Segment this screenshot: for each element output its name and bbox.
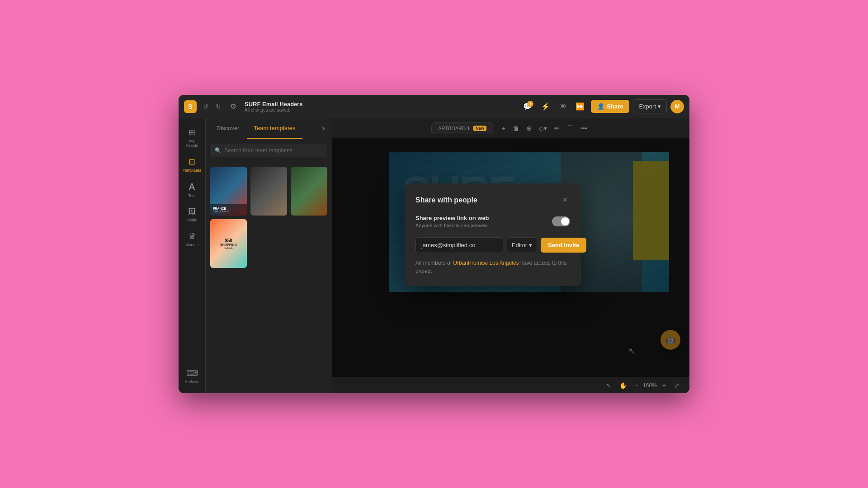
copy-tool-button[interactable]: ⊕ (523, 122, 535, 135)
chat-badge: 1 (527, 101, 533, 107)
panel-close-button[interactable]: × (319, 124, 328, 133)
hand-tool-button[interactable]: ✋ (617, 381, 630, 390)
my-assets-icon: ⊞ (189, 127, 195, 137)
modal-header: Share with people × (415, 194, 570, 206)
role-value: Editor (512, 242, 527, 249)
forward-button[interactable]: ⏩ (573, 99, 587, 113)
modal-footer: All members of UrbanPromise Los Angeles … (415, 255, 570, 275)
preview-link-title: Share preview link on web (415, 215, 489, 221)
footer-text-before: All members of (415, 260, 453, 266)
modal-close-button[interactable]: × (560, 194, 570, 206)
canvas-toolbar: ARTBOARD 1 New + 🗑 ⊕ ◇▾ ✏ ⌒ ••• (332, 118, 689, 138)
sidebar-label-media: Media (186, 218, 198, 222)
document-title-area: SURF Email Headers All changes are saved… (245, 101, 520, 113)
preview-link-toggle[interactable] (552, 216, 570, 226)
search-icon: 🔍 (215, 147, 222, 154)
brush-tool-button[interactable]: ⌒ (564, 122, 576, 135)
preview-button[interactable]: 👁 (557, 100, 569, 113)
modal-overlay: Share with people × Share preview link o… (332, 138, 689, 377)
panel-tabs: Discover Team templates × (206, 118, 332, 139)
tab-discover[interactable]: Discover (209, 118, 247, 139)
email-input[interactable] (415, 237, 503, 253)
canvas-body: SURF LIF Share with people × (332, 138, 689, 377)
zoom-out-button[interactable]: - (632, 381, 640, 390)
add-tool-button[interactable]: + (499, 122, 509, 135)
visuals-icon: ♛ (189, 231, 196, 241)
media-icon: 🖼 (188, 207, 196, 216)
sidebar-label-hotkeys: Hotkeys (184, 380, 199, 384)
text-icon: A (189, 182, 195, 192)
zoom-in-button[interactable]: + (660, 381, 669, 390)
document-title: SURF Email Headers (245, 101, 520, 108)
sidebar-item-my-assets[interactable]: ⊞ My Assets (180, 124, 204, 151)
share-label: Share (607, 103, 623, 110)
share-icon: 👤 (597, 103, 604, 110)
templates-icon: ⊡ (189, 157, 195, 167)
sidebar-label-templates: Templates (183, 168, 201, 173)
sidebar-label-visuals: Visuals (185, 243, 198, 247)
artboard-new-badge: New (473, 126, 486, 131)
undo-button[interactable]: ↺ (200, 101, 211, 112)
canvas-footer: ↖ ✋ - 160% + ⤢ (332, 377, 689, 393)
lightning-button[interactable]: ⚡ (538, 99, 553, 113)
canvas-tools: + 🗑 ⊕ ◇▾ ✏ ⌒ ••• (499, 122, 590, 135)
sidebar-label-my-assets: My Assets (183, 139, 201, 148)
keyboard-icon: ⌨ (186, 368, 198, 378)
share-button[interactable]: 👤 Share (591, 100, 629, 113)
top-bar-actions: 💬 1 ⚡ 👁 ⏩ 👤 Share Export ▾ M (520, 99, 684, 113)
artboard-label: ARTBOARD 1 New (431, 122, 493, 134)
cursor-tool-button[interactable]: ↖ (603, 381, 614, 390)
preview-link-info: Share preview link on web Anyone with th… (415, 215, 489, 228)
main-content: ⊞ My Assets ⊡ Templates A Text 🖼 Media ♛… (179, 118, 689, 393)
tab-team-templates[interactable]: Team templates (247, 118, 303, 139)
sidebar-item-text[interactable]: A Text (180, 178, 204, 202)
sidebar-item-templates[interactable]: ⊡ Templates (180, 153, 204, 176)
zoom-level: 160% (643, 382, 657, 389)
sidebar-item-visuals[interactable]: ♛ Visuals (180, 228, 204, 251)
app-logo: S (184, 100, 197, 113)
template-thumb-1[interactable]: FRANCE CHALLENGE (210, 167, 247, 216)
template-thumb-2[interactable] (250, 167, 287, 216)
template-thumb-3[interactable] (291, 167, 327, 216)
toggle-knob (561, 217, 569, 225)
footer-org-link[interactable]: UrbanPromise Los Angeles (453, 260, 519, 266)
template-grid: FRANCE CHALLENGE $50 SHOPPING SALE (206, 162, 332, 272)
sidebar: ⊞ My Assets ⊡ Templates A Text 🖼 Media ♛… (179, 118, 206, 393)
preview-link-section: Share preview link on web Anyone with th… (415, 215, 570, 228)
preview-link-row: Share preview link on web Anyone with th… (415, 215, 570, 228)
nav-controls: ↺ ↻ (200, 101, 224, 112)
export-button[interactable]: Export ▾ (633, 99, 667, 113)
invite-row: Editor ▾ Send Invite (415, 237, 570, 253)
shape-tool-button[interactable]: ◇▾ (536, 122, 550, 135)
sidebar-item-hotkeys[interactable]: ⌨ Hotkeys (180, 365, 204, 388)
top-bar: S ↺ ↻ ⚙ SURF Email Headers All changes a… (179, 95, 689, 118)
sidebar-label-text: Text (188, 193, 196, 198)
role-select[interactable]: Editor ▾ (507, 237, 537, 253)
edit-tool-button[interactable]: ✏ (551, 122, 563, 135)
template-thumb-4-label: $50 SHOPPING SALE (218, 236, 239, 251)
template-panel: Discover Team templates × 🔍 FRANCE CHALL… (206, 118, 332, 393)
avatar[interactable]: M (670, 100, 684, 113)
panel-search-area: 🔍 (206, 139, 332, 162)
fit-screen-button[interactable]: ⤢ (671, 381, 682, 390)
canvas-area: ARTBOARD 1 New + 🗑 ⊕ ◇▾ ✏ ⌒ ••• (332, 118, 689, 393)
settings-button[interactable]: ⚙ (227, 99, 239, 113)
share-modal: Share with people × Share preview link o… (405, 183, 581, 286)
save-status: All changes are saved. (245, 108, 520, 113)
zoom-controls: ↖ ✋ - 160% + ⤢ (603, 381, 682, 390)
search-input[interactable] (211, 144, 326, 157)
export-chevron-icon: ▾ (658, 103, 661, 110)
search-wrap: 🔍 (211, 144, 326, 157)
preview-link-desc: Anyone with the link can preview. (415, 223, 489, 228)
role-chevron-icon: ▾ (529, 242, 532, 249)
delete-tool-button[interactable]: 🗑 (509, 122, 522, 135)
template-thumb-4[interactable]: $50 SHOPPING SALE (210, 219, 247, 268)
export-label: Export (639, 103, 656, 110)
more-tool-button[interactable]: ••• (577, 122, 590, 135)
chat-button[interactable]: 💬 1 (520, 99, 535, 113)
artboard-name: ARTBOARD 1 (438, 126, 470, 131)
redo-button[interactable]: ↻ (213, 101, 224, 112)
modal-title: Share with people (415, 196, 477, 204)
send-invite-button[interactable]: Send Invite (541, 238, 586, 253)
sidebar-item-media[interactable]: 🖼 Media (180, 203, 204, 226)
